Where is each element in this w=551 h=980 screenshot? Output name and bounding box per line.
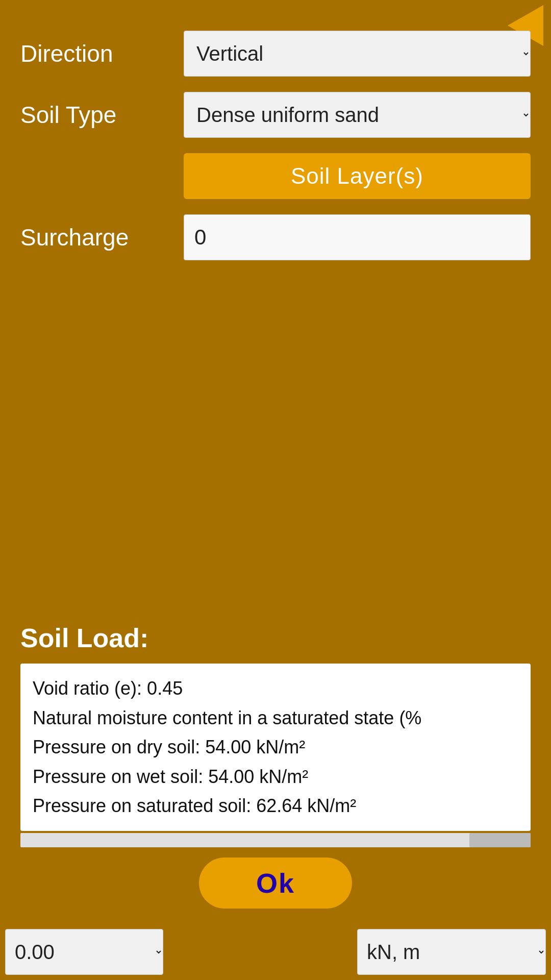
form-container: Direction Vertical Horizontal Soil Type … (20, 31, 531, 276)
soil-load-line-2: Natural moisture content in a saturated … (33, 703, 518, 733)
direction-control: Vertical Horizontal (184, 31, 531, 77)
soil-load-section: Soil Load: Void ratio (e): 0.45 Natural … (20, 623, 531, 847)
soil-type-select[interactable]: Dense uniform sand Loose sand Clay Grave… (184, 92, 531, 138)
surcharge-row: Surcharge 0 (20, 214, 531, 260)
soil-load-line-3: Pressure on dry soil: 54.00 kN/m² (33, 732, 518, 762)
horizontal-scrollbar-track[interactable] (20, 833, 531, 847)
soil-type-row: Soil Type Dense uniform sand Loose sand … (20, 92, 531, 138)
soil-load-line-4: Pressure on wet soil: 54.00 kN/m² (33, 762, 518, 792)
value-select[interactable]: 0.00 1.00 2.00 5.00 (5, 929, 163, 975)
surcharge-input[interactable]: 0 (184, 214, 531, 260)
unit-select[interactable]: kN, m kN, cm N, m N, cm (357, 929, 546, 975)
surcharge-control: 0 (184, 214, 531, 260)
soil-layers-button[interactable]: Soil Layer(s) (184, 153, 531, 199)
direction-select[interactable]: Vertical Horizontal (184, 31, 531, 77)
direction-label: Direction (20, 40, 184, 67)
soil-type-label: Soil Type (20, 101, 184, 129)
ok-button[interactable]: Ok (199, 857, 352, 909)
soil-load-line-1: Void ratio (e): 0.45 (33, 674, 518, 703)
direction-row: Direction Vertical Horizontal (20, 31, 531, 77)
surcharge-label: Surcharge (20, 224, 184, 251)
soil-load-box: Void ratio (e): 0.45 Natural moisture co… (20, 664, 531, 831)
soil-layers-control: Soil Layer(s) (184, 153, 531, 199)
soil-load-title: Soil Load: (20, 623, 531, 653)
bottom-bar: 0.00 1.00 2.00 5.00 kN, m kN, cm N, m N,… (0, 924, 551, 980)
soil-type-control: Dense uniform sand Loose sand Clay Grave… (184, 92, 531, 138)
soil-load-line-5: Pressure on saturated soil: 62.64 kN/m² (33, 791, 518, 821)
horizontal-scrollbar-thumb[interactable] (469, 833, 531, 847)
soil-layers-row: Soil Layer(s) (20, 153, 531, 199)
